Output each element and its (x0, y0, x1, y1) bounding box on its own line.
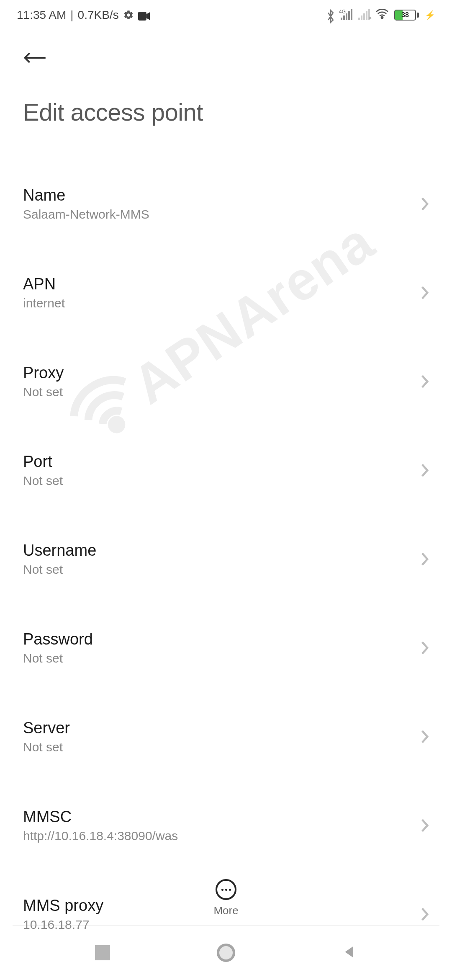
item-title: Proxy (23, 364, 64, 382)
item-subtitle: internet (23, 296, 65, 310)
nav-home-button[interactable] (217, 944, 235, 962)
item-title: Password (23, 630, 93, 648)
nav-back-button[interactable] (342, 944, 357, 961)
item-name[interactable]: Name Salaam-Network-MMS (23, 174, 429, 234)
item-title: Server (23, 719, 70, 737)
item-title: APN (23, 275, 65, 293)
status-speed: 0.7KB/s (78, 8, 119, 22)
chevron-right-icon (418, 641, 429, 655)
gear-icon (123, 10, 134, 21)
item-port[interactable]: Port Not set (23, 440, 429, 500)
chevron-right-icon (418, 197, 429, 211)
item-subtitle: Not set (23, 385, 64, 399)
item-subtitle: http://10.16.18.4:38090/was (23, 829, 178, 843)
nav-recent-button[interactable] (95, 945, 110, 960)
camera-icon (138, 10, 150, 20)
item-subtitle: Not set (23, 740, 70, 754)
svg-rect-0 (138, 12, 146, 21)
chevron-right-icon (418, 374, 429, 389)
item-title: Port (23, 453, 63, 471)
more-button[interactable]: More (213, 879, 238, 917)
back-button[interactable] (23, 43, 53, 73)
item-subtitle: Not set (23, 651, 93, 665)
item-apn[interactable]: APN internet (23, 263, 429, 323)
bottom-action-bar: More (0, 871, 452, 917)
item-title: Username (23, 542, 96, 560)
svg-point-1 (381, 16, 383, 18)
chevron-right-icon (418, 286, 429, 300)
wifi-icon (376, 8, 388, 22)
item-mmsc[interactable]: MMSC http://10.16.18.4:38090/was (23, 795, 429, 856)
item-title: Name (23, 186, 149, 204)
page-title: Edit access point (23, 98, 429, 126)
item-subtitle: Salaam-Network-MMS (23, 207, 149, 222)
battery-icon: 38 (394, 10, 419, 21)
more-icon (216, 879, 236, 900)
item-server[interactable]: Server Not set (23, 707, 429, 767)
settings-list: Name Salaam-Network-MMS APN internet Pro… (0, 174, 452, 944)
chevron-right-icon (418, 730, 429, 744)
charging-icon: ⚡ (425, 10, 435, 20)
more-label: More (213, 904, 238, 917)
chevron-right-icon (418, 552, 429, 566)
item-proxy[interactable]: Proxy Not set (23, 351, 429, 412)
item-username[interactable]: Username Not set (23, 529, 429, 589)
item-title: MMSC (23, 808, 178, 826)
signal-nosim-icon: × (358, 10, 370, 20)
chevron-right-icon (418, 818, 429, 833)
item-password[interactable]: Password Not set (23, 618, 429, 678)
item-subtitle: Not set (23, 562, 96, 577)
system-nav-bar (0, 926, 452, 980)
status-time: 11:35 AM (17, 8, 66, 22)
signal-4g-icon: 4G (341, 10, 352, 20)
bluetooth-icon (326, 9, 335, 21)
status-bar: 11:35 AM | 0.7KB/s 4G × 38 (0, 0, 452, 30)
chevron-right-icon (418, 463, 429, 477)
item-subtitle: Not set (23, 474, 63, 488)
